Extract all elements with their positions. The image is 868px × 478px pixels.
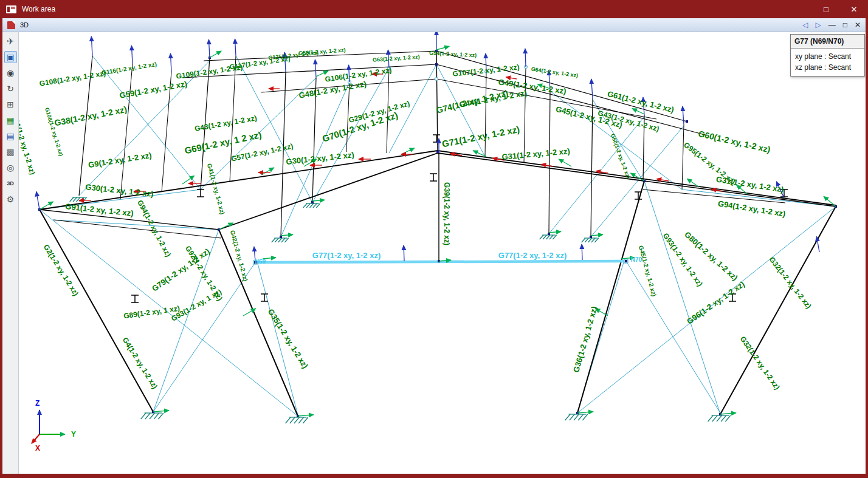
visibility-icon[interactable]: ◎ bbox=[4, 162, 17, 174]
view-3d-label-icon[interactable]: 3D bbox=[4, 177, 17, 189]
tables-icon[interactable]: ⊞ bbox=[4, 98, 17, 111]
display-icon[interactable]: ◉ bbox=[4, 67, 17, 79]
visibility-glyph: ◎ bbox=[7, 163, 14, 172]
member-tooltip-row: xy plane : Secant bbox=[791, 51, 864, 62]
member-tooltip-row: xz plane : Secant bbox=[791, 62, 864, 73]
application-window: { "window": { "title": "Work area", "max… bbox=[0, 0, 868, 478]
model-canvas[interactable] bbox=[2, 32, 866, 474]
table-calendar-glyph: ▤ bbox=[6, 131, 14, 141]
window-title: Work area bbox=[22, 5, 55, 13]
view-3d-glyph: ▣ bbox=[6, 52, 14, 62]
nav-back-button[interactable]: ◁ bbox=[802, 21, 808, 29]
grid-green-glyph: ▦ bbox=[6, 115, 14, 125]
window-titlebar: Work area □ ✕ bbox=[0, 0, 868, 18]
tables-glyph: ⊞ bbox=[7, 100, 14, 109]
settings-icon[interactable]: ⚙ bbox=[4, 193, 17, 205]
layers-glyph: ▩ bbox=[6, 147, 14, 157]
settings-glyph: ⚙ bbox=[7, 194, 15, 204]
orbit-icon[interactable]: ↻ bbox=[4, 83, 17, 95]
nav-forward-button[interactable]: ▷ bbox=[815, 21, 821, 29]
restore-child-button[interactable]: □ bbox=[843, 21, 847, 29]
view-doc-icon bbox=[7, 21, 15, 29]
member-tooltip-title: G77 (N69/N70) bbox=[791, 35, 864, 49]
window-controls: □ ✕ bbox=[812, 0, 868, 18]
layers-icon[interactable]: ▩ bbox=[4, 146, 17, 158]
display-glyph: ◉ bbox=[7, 68, 14, 78]
table-calendar-icon[interactable]: ▤ bbox=[4, 130, 17, 142]
maximize-button[interactable]: □ bbox=[812, 0, 840, 18]
plane-icon[interactable]: ✈ bbox=[4, 35, 17, 47]
child-window-controls: ◁▷—□✕ bbox=[802, 21, 861, 29]
member-tooltip-body: xy plane : Secantxz plane : Secant bbox=[791, 49, 864, 76]
member-tooltip: G77 (N69/N70) xy plane : Secantxz plane … bbox=[790, 34, 865, 77]
grid-green-icon[interactable]: ▦ bbox=[4, 114, 17, 126]
view-3d-icon[interactable]: ▣ bbox=[4, 51, 17, 63]
view-tab-title: 3D bbox=[20, 21, 29, 29]
view-3d-label-glyph: 3D bbox=[7, 180, 14, 186]
minimize-child-button[interactable]: — bbox=[828, 21, 836, 29]
orbit-glyph: ↻ bbox=[7, 84, 14, 94]
view-tabbar: 3D ◁▷—□✕ bbox=[2, 18, 866, 32]
view-toolbar: ✈▣◉↻⊞▦▤▩◎3D⚙ bbox=[2, 32, 19, 474]
close-child-button[interactable]: ✕ bbox=[855, 21, 861, 29]
app-icon bbox=[6, 5, 16, 13]
close-button[interactable]: ✕ bbox=[840, 0, 868, 18]
plane-glyph: ✈ bbox=[7, 36, 14, 46]
